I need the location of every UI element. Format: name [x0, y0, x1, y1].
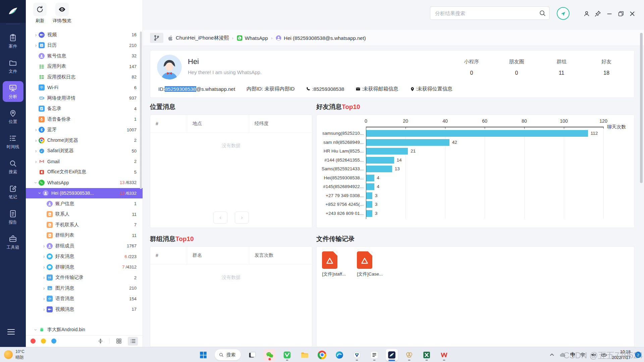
- tree-item[interactable]: 账号信息32: [26, 51, 143, 61]
- taskbar-app-start[interactable]: [197, 349, 209, 361]
- tree-item[interactable]: ›视频消息17: [26, 304, 143, 315]
- chevron-right-icon[interactable]: ›: [41, 243, 47, 249]
- file-item[interactable]: [文件]Case...: [357, 251, 386, 277]
- minimize-button[interactable]: [606, 10, 613, 17]
- chevron-right-icon[interactable]: ›: [33, 127, 39, 132]
- tree-item[interactable]: 账户信息1: [26, 198, 143, 209]
- taskbar-app-forensic-app[interactable]: [386, 349, 398, 361]
- tree-item[interactable]: ›群聊消息7/4312: [26, 262, 143, 273]
- tree-item[interactable]: 应用列表147: [26, 61, 143, 72]
- refresh-button[interactable]: 刷新: [33, 3, 47, 29]
- next-page-button[interactable]: ›: [235, 212, 249, 224]
- tray-chevron-up-icon[interactable]: [549, 352, 555, 358]
- tree-item[interactable]: Office文件Exif信息5: [26, 167, 143, 178]
- chevron-right-icon[interactable]: ›: [41, 296, 47, 301]
- sidebar-item-report[interactable]: 报告: [3, 207, 23, 228]
- chart-bar[interactable]: [366, 130, 588, 137]
- taskbar-app-chrome[interactable]: [316, 349, 328, 361]
- profile-stat[interactable]: 群组11: [552, 59, 571, 76]
- tree-item[interactable]: ›视频16: [26, 29, 143, 40]
- chevron-right-icon[interactable]: ›: [33, 138, 39, 143]
- branch-icon[interactable]: [150, 33, 163, 43]
- clock[interactable]: 10:182022/7/17: [612, 349, 631, 361]
- profile-stat[interactable]: 好友18: [597, 59, 616, 76]
- sidebar-item-location[interactable]: 位置: [3, 106, 23, 127]
- tree-item[interactable]: ›Chrome浏览器2: [26, 135, 143, 146]
- taskbar-app-excel[interactable]: [421, 349, 433, 361]
- tree-item[interactable]: 群组列表11: [26, 230, 143, 241]
- preview-button[interactable]: 详情/预览: [53, 3, 71, 29]
- chevron-right-icon[interactable]: ›: [41, 264, 47, 270]
- chart-bar[interactable]: [366, 148, 408, 155]
- taskbar-app-gold-mascot[interactable]: [403, 349, 415, 361]
- chart-bar[interactable]: [366, 166, 392, 172]
- chevron-right-icon[interactable]: ›: [41, 275, 47, 280]
- tree-item[interactable]: ›群组成员1767: [26, 241, 143, 251]
- battery-icon[interactable]: [601, 352, 607, 358]
- tree-item[interactable]: Wi-Fi6: [26, 82, 143, 93]
- chart-bar[interactable]: [366, 175, 374, 181]
- notification-badge[interactable]: 2: [635, 352, 641, 358]
- chevron-right-icon[interactable]: ›: [41, 254, 47, 259]
- chevron-down-icon[interactable]: ›: [37, 190, 43, 196]
- chevron-right-icon[interactable]: ›: [33, 43, 39, 48]
- legend-dot[interactable]: [51, 339, 56, 344]
- search-icon[interactable]: [539, 9, 546, 17]
- ime-indicator[interactable]: 中: [570, 352, 575, 358]
- chart-bar[interactable]: [366, 157, 394, 164]
- menu-icon[interactable]: [7, 327, 15, 336]
- pin-icon[interactable]: [594, 10, 601, 17]
- legend-dot[interactable]: [41, 339, 46, 344]
- sidebar-item-search[interactable]: 搜索: [3, 157, 23, 177]
- tree-item[interactable]: 联系人11: [26, 209, 143, 220]
- user-account-icon[interactable]: [583, 10, 590, 17]
- search-input[interactable]: [430, 6, 549, 20]
- taskbar-app-edge[interactable]: [333, 349, 345, 361]
- tree-item[interactable]: ›文件传输记录2: [26, 273, 143, 283]
- tree-item[interactable]: 备忘录4: [26, 104, 143, 114]
- chart-bar[interactable]: [366, 210, 372, 217]
- tree-item[interactable]: ›好友消息6/223: [26, 251, 143, 262]
- chevron-right-icon[interactable]: ›: [33, 148, 39, 154]
- restore-button[interactable]: [617, 10, 625, 17]
- chevron-right-icon[interactable]: ›: [41, 307, 47, 312]
- chevron-down-icon[interactable]: ›: [33, 327, 39, 333]
- taskbar-app-wps[interactable]: [438, 349, 450, 361]
- taskbar-app-file-explorer[interactable]: [299, 349, 311, 361]
- file-item[interactable]: [文件]staff...: [322, 251, 351, 277]
- breadcrumb-item[interactable]: ChunHei_iPhone林浚熙: [167, 35, 229, 41]
- tree-item[interactable]: 网络使用详情937: [26, 93, 143, 104]
- volume-muted-icon[interactable]: [590, 352, 597, 358]
- sidebar-item-analysis[interactable]: 分析: [3, 81, 23, 102]
- tree-item[interactable]: ›Gmail2: [26, 156, 143, 167]
- chart-bar[interactable]: [366, 192, 372, 199]
- collapse-rows-icon[interactable]: [95, 337, 105, 346]
- panel-scrollbar[interactable]: [140, 32, 142, 189]
- main-scrollbar[interactable]: [640, 33, 643, 183]
- taskbar-app-green-v-app[interactable]: [281, 349, 293, 361]
- taskbar-app-shimo-docs[interactable]: [368, 349, 380, 361]
- chevron-right-icon[interactable]: ›: [41, 286, 47, 291]
- send-badge-icon[interactable]: [557, 7, 570, 20]
- tree-item[interactable]: ›12日历210: [26, 40, 143, 51]
- sidebar-item-timeline[interactable]: 时间线: [3, 131, 23, 152]
- chart-bar[interactable]: [366, 183, 374, 190]
- legend-dot[interactable]: [31, 339, 36, 344]
- chart-bar[interactable]: [366, 201, 372, 208]
- profile-stat[interactable]: 小程序0: [462, 59, 481, 76]
- tree-item[interactable]: ›Safari浏览器50: [26, 146, 143, 157]
- sidebar-item-case[interactable]: 案件: [3, 31, 23, 52]
- sidebar-item-toolbox[interactable]: 工具箱: [3, 232, 23, 253]
- tree-item[interactable]: 手机联系人7: [26, 220, 143, 230]
- tree-item[interactable]: ›Hei (85259308538...13/6332: [26, 188, 143, 199]
- tree-item[interactable]: ›WhatsApp13/6332: [26, 177, 143, 188]
- prev-page-button[interactable]: ‹: [213, 212, 227, 224]
- breadcrumb-item[interactable]: WhatsApp: [236, 35, 268, 41]
- chevron-right-icon[interactable]: ›: [33, 32, 39, 38]
- tree-item[interactable]: ›图片消息210: [26, 283, 143, 294]
- tree-item[interactable]: ›语音消息154: [26, 294, 143, 304]
- tree-item[interactable]: 应用授权日志82: [26, 72, 143, 82]
- chevron-right-icon[interactable]: ›: [33, 159, 39, 164]
- sidebar-item-files[interactable]: 文件: [3, 56, 23, 77]
- grid-view-icon[interactable]: [114, 337, 124, 346]
